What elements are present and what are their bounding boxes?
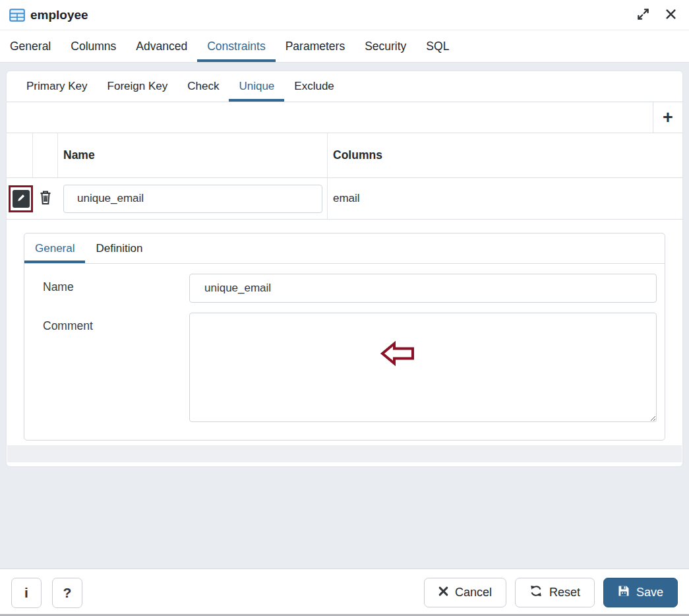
- tab-security[interactable]: Security: [355, 30, 416, 62]
- save-floppy-icon: [618, 585, 630, 600]
- constraints-panel: Primary Key Foreign Key Check Unique Exc…: [7, 71, 682, 466]
- help-button[interactable]: ?: [52, 578, 82, 608]
- reset-button[interactable]: Reset: [515, 578, 595, 607]
- name-row: Name: [43, 274, 657, 303]
- tab-advanced[interactable]: Advanced: [126, 30, 197, 62]
- comment-label: Comment: [43, 313, 189, 425]
- close-icon: [665, 8, 677, 22]
- annotation-highlight-box: [9, 185, 33, 212]
- comment-input[interactable]: [189, 313, 657, 422]
- tab-exclude[interactable]: Exclude: [284, 71, 344, 102]
- sql-info-button[interactable]: i: [11, 578, 42, 608]
- close-button[interactable]: [663, 7, 678, 24]
- save-button[interactable]: Save: [603, 578, 678, 607]
- row-columns-cell: email: [328, 178, 682, 219]
- save-label: Save: [636, 586, 663, 600]
- cancel-button[interactable]: Cancel: [424, 578, 506, 607]
- expand-edit-row-button[interactable]: [13, 190, 30, 208]
- table-properties-dialog: employee General Columns: [0, 0, 689, 616]
- name-input[interactable]: [189, 274, 657, 303]
- row-name-input[interactable]: [63, 185, 322, 213]
- delete-row-button[interactable]: [38, 188, 53, 209]
- tab-parameters[interactable]: Parameters: [276, 30, 355, 62]
- main-tab-bar: General Columns Advanced Constraints Par…: [0, 30, 689, 63]
- editor-tab-bar: General Definition: [24, 233, 665, 264]
- tab-foreign-key[interactable]: Foreign Key: [98, 71, 178, 102]
- reset-circular-arrows-icon: [529, 584, 543, 601]
- delete-cell: [33, 178, 58, 219]
- grid-header: Name Columns: [7, 133, 682, 178]
- row-name-cell: [58, 178, 328, 219]
- add-cell: +: [653, 102, 682, 133]
- editor-form: Name Comment: [24, 264, 665, 425]
- grid-toolbar: +: [7, 102, 682, 133]
- editor-tab-definition[interactable]: Definition: [85, 233, 153, 263]
- tab-constraints[interactable]: Constraints: [197, 30, 276, 62]
- trash-icon: [39, 189, 52, 208]
- tab-unique[interactable]: Unique: [229, 71, 284, 102]
- header-edit-column: [7, 133, 33, 177]
- titlebar: employee: [0, 0, 689, 30]
- header-name: Name: [58, 133, 328, 177]
- tab-sql[interactable]: SQL: [416, 30, 459, 62]
- maximize-button[interactable]: [635, 6, 651, 24]
- tab-general[interactable]: General: [0, 30, 61, 62]
- add-row-button[interactable]: +: [659, 109, 677, 127]
- table-row: email: [7, 178, 682, 220]
- row-editor-area: General Definition Name Comment: [7, 233, 682, 462]
- editor-tab-general[interactable]: General: [24, 233, 85, 263]
- cancel-label: Cancel: [455, 586, 492, 600]
- name-label: Name: [43, 274, 189, 303]
- tab-primary-key[interactable]: Primary Key: [16, 71, 98, 102]
- dialog-title: employee: [30, 8, 88, 22]
- edit-cell: [7, 178, 33, 219]
- comment-row: Comment: [43, 313, 657, 425]
- tab-columns[interactable]: Columns: [61, 30, 126, 62]
- cancel-x-icon: [438, 586, 448, 600]
- table-icon: [9, 9, 25, 22]
- row-columns-value: email: [328, 192, 360, 205]
- expand-arrows-icon: [636, 7, 650, 23]
- dialog-body: Primary Key Foreign Key Check Unique Exc…: [0, 63, 689, 569]
- footer: i ? Cancel: [0, 569, 689, 616]
- panel-bottom-spacer: [7, 445, 682, 462]
- row-editor-panel: General Definition Name Comment: [24, 233, 665, 441]
- tab-check[interactable]: Check: [177, 71, 229, 102]
- header-columns: Columns: [328, 133, 682, 177]
- reset-label: Reset: [549, 586, 580, 600]
- constraint-tab-bar: Primary Key Foreign Key Check Unique Exc…: [7, 71, 682, 102]
- pencil-icon: [16, 193, 26, 204]
- header-delete-column: [33, 133, 58, 177]
